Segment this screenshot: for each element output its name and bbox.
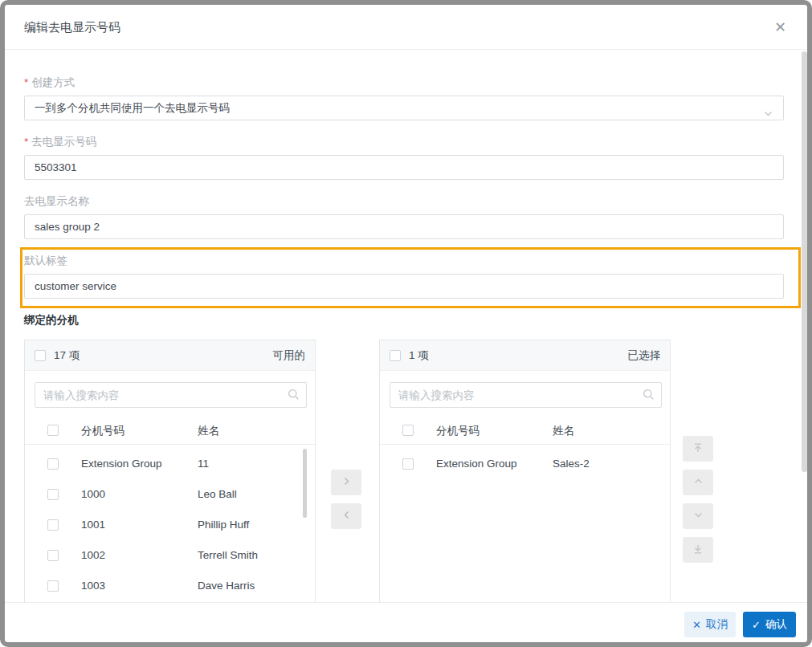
chevron-down-icon [763, 104, 773, 127]
confirm-button[interactable]: ✓ 确认 [743, 612, 796, 637]
creation-method-label: *创建方式 [24, 75, 75, 90]
table-scrollbar[interactable] [303, 449, 307, 518]
display-number-input[interactable] [24, 155, 784, 180]
cell-number: 1002 [81, 540, 105, 571]
column-header-name: 姓名 [553, 418, 574, 444]
header-checkbox[interactable] [47, 425, 59, 436]
available-panel-title: 可用的 [273, 340, 306, 370]
available-panel-header: 17 项 可用的 [25, 340, 315, 371]
table-row[interactable]: 1002 Terrell Smith [25, 540, 315, 571]
table-row[interactable]: Extension Group 11 [25, 449, 315, 479]
selected-panel-header: 1 项 已选择 [380, 340, 670, 371]
display-number-label: *去电显示号码 [24, 135, 96, 149]
column-header-name: 姓名 [198, 418, 219, 444]
table-row[interactable]: Extension Group Sales-2 [380, 449, 670, 479]
header-checkbox[interactable] [402, 425, 414, 436]
x-icon: ✕ [692, 619, 701, 631]
table-row[interactable]: 1003 Dave Harris [25, 571, 315, 601]
available-count: 17 项 [54, 340, 80, 370]
chevron-left-icon [341, 510, 352, 523]
selected-panel-title: 已选择 [628, 340, 661, 370]
cell-name: Dave Harris [198, 571, 255, 601]
cell-number: 1000 [81, 479, 105, 510]
required-asterisk: * [24, 76, 28, 88]
selected-panel: 1 项 已选择 分机号码 姓名 Extension Group Sales-2 [379, 340, 671, 602]
dialog-header: 编辑去电显示号码 ✕ [5, 5, 807, 50]
cancel-label: 取消 [706, 617, 728, 632]
confirm-label: 确认 [765, 617, 787, 632]
column-header-number: 分机号码 [436, 418, 479, 444]
table-row[interactable]: 1000 Leo Ball [25, 479, 315, 510]
row-checkbox[interactable] [47, 519, 59, 531]
search-input[interactable] [390, 382, 662, 408]
arrow-to-bottom-icon [692, 543, 704, 557]
table-header-row: 分机号码 姓名 [25, 418, 315, 445]
cell-number: Extension Group [436, 449, 517, 479]
cell-name: 11 [198, 449, 209, 479]
required-asterisk: * [24, 136, 28, 148]
cell-name: Leo Ball [198, 479, 237, 510]
transfer-left-button[interactable] [331, 503, 361, 529]
row-checkbox[interactable] [402, 458, 414, 470]
cell-name: Sales-2 [553, 449, 590, 479]
move-up-button[interactable] [683, 470, 713, 495]
column-header-number: 分机号码 [81, 418, 124, 444]
cell-name: Terrell Smith [198, 540, 258, 571]
arrow-to-top-icon [692, 442, 704, 456]
move-top-button[interactable] [683, 436, 713, 462]
selected-count: 1 项 [409, 340, 429, 370]
creation-method-select[interactable]: 一到多个分机共同使用一个去电显示号码 [24, 96, 784, 120]
default-label-label: 默认标签 [24, 254, 67, 268]
close-icon[interactable]: ✕ [774, 17, 786, 38]
creation-method-value: 一到多个分机共同使用一个去电显示号码 [35, 102, 230, 114]
move-bottom-button[interactable] [683, 537, 713, 563]
move-down-button[interactable] [683, 503, 713, 529]
dialog-footer: ✕ 取消 ✓ 确认 [5, 602, 807, 642]
edit-outbound-caller-id-dialog: 编辑去电显示号码 ✕ *创建方式 一到多个分机共同使用一个去电显示号码 *去电显… [0, 0, 812, 647]
search-input[interactable] [35, 382, 307, 408]
chevron-down-icon [693, 510, 704, 523]
select-all-checkbox[interactable] [390, 350, 401, 361]
cell-number: 1003 [81, 571, 105, 601]
cell-name: Phillip Huff [198, 510, 249, 540]
check-icon: ✓ [752, 619, 761, 631]
row-checkbox[interactable] [47, 458, 59, 470]
cell-number: Extension Group [81, 449, 162, 479]
table-header-row: 分机号码 姓名 [380, 418, 670, 445]
selected-search [390, 382, 662, 408]
table-row[interactable]: 1001 Phillip Huff [25, 510, 315, 540]
default-label-input[interactable] [24, 274, 784, 299]
row-checkbox[interactable] [47, 489, 59, 500]
display-name-label: 去电显示名称 [24, 194, 89, 209]
search-icon [643, 389, 655, 404]
bound-extensions-title: 绑定的分机 [24, 313, 79, 328]
cell-number: 1001 [81, 510, 105, 540]
row-checkbox[interactable] [47, 550, 59, 561]
available-panel: 17 项 可用的 分机号码 姓名 Extension Group 11 1000… [24, 340, 316, 602]
search-icon [288, 389, 300, 404]
cancel-button[interactable]: ✕ 取消 [684, 612, 736, 637]
dialog-title: 编辑去电显示号码 [24, 5, 120, 50]
chevron-up-icon [693, 476, 704, 489]
available-search [35, 382, 307, 408]
row-checkbox[interactable] [47, 580, 59, 592]
dialog-scrollbar[interactable] [802, 51, 807, 472]
display-name-input[interactable] [24, 214, 784, 239]
chevron-right-icon [341, 476, 352, 489]
select-all-checkbox[interactable] [35, 350, 46, 361]
transfer-right-button[interactable] [331, 470, 361, 495]
